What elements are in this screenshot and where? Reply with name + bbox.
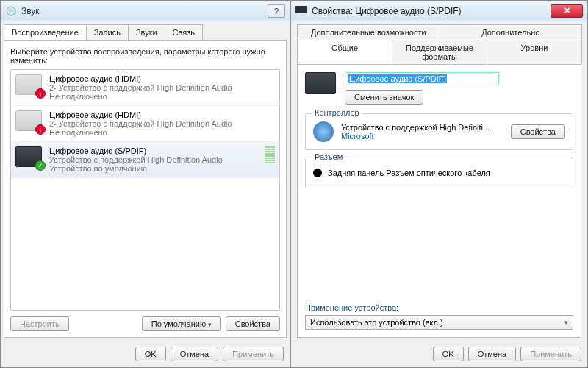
tab-enhancements[interactable]: Дополнительные возможности [297, 24, 440, 40]
jack-group: Разъем Задняя панель Разъем оптического … [305, 158, 573, 188]
device-sub2: Не подключено [49, 128, 275, 137]
tabs: Воспроизведение Запись Звуки Связь [1, 21, 290, 40]
cancel-button[interactable]: Отмена [171, 347, 218, 361]
apply-button[interactable]: Применить [223, 347, 284, 361]
tab-communications[interactable]: Связь [165, 24, 203, 40]
device-list[interactable]: ↓ Цифровое аудио (HDMI) 2- Устройство с … [10, 69, 280, 311]
sound-icon [5, 5, 17, 17]
level-meter [265, 146, 275, 173]
jack-legend: Разъем [312, 152, 345, 161]
sound-window: Звук ? Воспроизведение Запись Звуки Связ… [0, 0, 290, 368]
controller-properties-button[interactable]: Свойства [511, 124, 565, 139]
controller-group: Контроллер Устройство с поддержкой High … [305, 113, 573, 150]
svg-rect-1 [295, 6, 307, 13]
tab-row-2: Общие Поддерживаемые форматы Уровни [291, 40, 587, 64]
controller-legend: Контроллер [312, 108, 362, 117]
status-down-icon: ↓ [35, 88, 46, 99]
device-info: Цифровое аудио (HDMI) 2- Устройство с по… [49, 110, 275, 137]
titlebar[interactable]: Свойства: Цифровое аудио (S/PDIF) ✕ [291, 1, 587, 21]
device-sub2: Не подключено [49, 92, 275, 101]
cancel-button[interactable]: Отмена [468, 347, 516, 361]
titlebar[interactable]: Звук ? [1, 1, 290, 21]
device-info: Цифровое аудио (HDMI) 2- Устройство с по… [49, 74, 275, 101]
usage-value: Использовать это устройство (вкл.) [310, 318, 443, 327]
device-usage: Применение устройства: Использовать это … [305, 303, 573, 330]
tab-formats[interactable]: Поддерживаемые форматы [392, 40, 487, 64]
device-name: Цифровое аудио (S/PDIF) [49, 146, 260, 155]
set-default-button[interactable]: По умолчанию [142, 316, 221, 331]
device-item[interactable]: ↓ Цифровое аудио (HDMI) 2- Устройство с … [11, 106, 279, 142]
spdif-icon: ✓ [15, 146, 42, 167]
status-down-icon: ↓ [35, 124, 46, 135]
properties-window: Свойства: Цифровое аудио (S/PDIF) ✕ Допо… [290, 0, 588, 368]
svg-point-0 [7, 7, 15, 15]
playback-panel: Выберите устройство воспроизведения, пар… [4, 40, 287, 338]
jack-text: Задняя панель Разъем оптического кабеля [328, 169, 490, 177]
monitor-icon: ↓ [15, 74, 42, 95]
tab-levels[interactable]: Уровни [487, 40, 582, 64]
device-name: Цифровое аудио (HDMI) [49, 74, 275, 83]
ok-button[interactable]: OK [135, 347, 166, 361]
device-large-icon [305, 72, 336, 94]
tab-recording[interactable]: Запись [86, 24, 129, 40]
tab-row-1: Дополнительные возможности Дополнительно [291, 21, 587, 40]
device-sub1: 2- Устройство с поддержкой High Definiti… [49, 83, 275, 92]
monitor-icon: ↓ [15, 110, 42, 131]
tab-general[interactable]: Общие [297, 40, 392, 64]
usage-label: Применение устройства: [305, 303, 573, 312]
device-name-input[interactable]: Цифровое аудио (S/PDIF) [345, 72, 499, 85]
status-ok-icon: ✓ [35, 160, 46, 171]
tab-advanced[interactable]: Дополнительно [440, 24, 583, 40]
controller-vendor-link[interactable]: Microsoft [341, 132, 503, 141]
controller-name: Устройство с поддержкой High Definiti... [341, 123, 503, 132]
close-button[interactable]: ✕ [551, 4, 583, 18]
device-name: Цифровое аудио (HDMI) [49, 110, 275, 119]
device-item[interactable]: ↓ Цифровое аудио (HDMI) 2- Устройство с … [11, 70, 279, 106]
properties-button[interactable]: Свойства [226, 316, 280, 331]
instruction-text: Выберите устройство воспроизведения, пар… [10, 47, 280, 65]
apply-button[interactable]: Применить [520, 347, 581, 361]
window-title: Звук [21, 6, 40, 16]
device-name-text: Цифровое аудио (S/PDIF) [348, 74, 447, 83]
dialog-footer: OK Отмена Применить [1, 341, 290, 367]
general-panel: Цифровое аудио (S/PDIF) Сменить значок К… [297, 64, 581, 338]
spdif-icon [295, 5, 307, 17]
tab-playback[interactable]: Воспроизведение [4, 24, 87, 40]
window-title: Свойства: Цифровое аудио (S/PDIF) [312, 6, 462, 16]
device-header: Цифровое аудио (S/PDIF) Сменить значок [305, 72, 573, 105]
panel-buttons: Настроить По умолчанию Свойства [10, 311, 280, 331]
device-sub1: Устройство с поддержкой High Definition … [49, 155, 260, 164]
jack-dot-icon [313, 169, 322, 177]
controller-icon [313, 121, 334, 142]
tab-sounds[interactable]: Звуки [128, 24, 165, 40]
help-button[interactable]: ? [268, 4, 285, 18]
device-item-selected[interactable]: ✓ Цифровое аудио (S/PDIF) Устройство с п… [11, 142, 279, 178]
configure-button[interactable]: Настроить [10, 316, 69, 331]
ok-button[interactable]: OK [433, 347, 464, 361]
device-sub1: 2- Устройство с поддержкой High Definiti… [49, 119, 275, 128]
usage-combo[interactable]: Использовать это устройство (вкл.) [305, 315, 573, 330]
dialog-footer: OK Отмена Применить [291, 341, 587, 367]
change-icon-button[interactable]: Сменить значок [345, 90, 423, 105]
device-info: Цифровое аудио (S/PDIF) Устройство с под… [49, 146, 260, 173]
device-sub2: Устройство по умолчанию [49, 164, 260, 173]
